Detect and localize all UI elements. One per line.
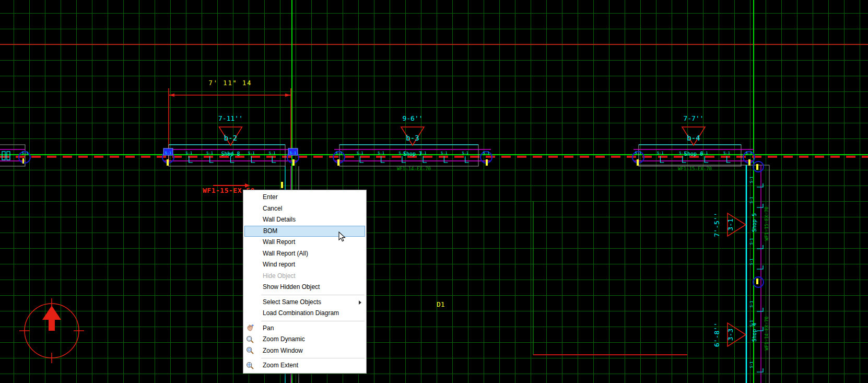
anchor-mark: [637, 159, 639, 166]
wall-tag: WF1-15-EX-70: [764, 206, 769, 240]
svg-text:S-1: S-1: [378, 151, 384, 155]
shop-label: Shop 6: [684, 151, 703, 157]
zoom-extent-icon: [246, 362, 254, 370]
menu-item-wall-details[interactable]: Wall Details: [243, 214, 366, 226]
cad-viewport[interactable]: S-1S-1S-1S-1S-1S-1S-1Shop 87-11''b-2WF1-…: [0, 0, 868, 383]
svg-text:S-1: S-1: [635, 151, 642, 155]
zoom-window-icon: [246, 346, 254, 355]
width-dimension: 7'-5'': [713, 213, 721, 237]
wall-id: 3-3: [726, 329, 734, 341]
menu-item-bom[interactable]: BOM: [244, 226, 365, 237]
svg-text:S-1: S-1: [290, 151, 297, 155]
svg-text:S-1: S-1: [269, 151, 276, 155]
wall-id: 3-1: [726, 218, 734, 230]
svg-text:S-1: S-1: [248, 151, 255, 155]
svg-text:S-1: S-1: [186, 151, 193, 155]
menu-separator: [261, 358, 365, 358]
menu-item-wall-report[interactable]: Wall Report: [243, 237, 366, 248]
svg-text:S-1: S-1: [462, 151, 468, 155]
anchor-mark: [281, 182, 283, 188]
wall-tag: WF1-14-EX-70: [764, 316, 769, 350]
shop-label: Shop 8: [221, 151, 240, 157]
svg-text:S-1: S-1: [657, 151, 664, 155]
wall-b-3[interactable]: S-1S-1S-1S-1S-1S-1S-1S-1Shop 79-6''b-3WF…: [333, 114, 492, 171]
menu-item-show-hidden-object[interactable]: Show Hidden Object: [243, 282, 366, 293]
svg-text:S-1: S-1: [357, 151, 363, 155]
wall-tag: WF1-14-EX-70: [397, 166, 431, 171]
menu-item-zoom-window[interactable]: Zoom Window: [243, 345, 366, 357]
width-dimension: 7-11'': [218, 114, 243, 122]
menu-item-zoom-extent[interactable]: Zoom Extent: [243, 360, 366, 372]
svg-text:S-1: S-1: [749, 238, 754, 245]
menu-item-hide-object: Hide Object: [243, 271, 366, 282]
menu-separator: [261, 295, 365, 295]
svg-text:S-1: S-1: [723, 151, 730, 155]
svg-text:S-1: S-1: [749, 177, 754, 183]
north-arrow: [42, 306, 61, 320]
anchor-mark: [292, 159, 295, 166]
zoom-dynamic-icon: [246, 335, 254, 344]
mouse-cursor: [338, 231, 346, 242]
svg-text:S-1: S-1: [336, 151, 343, 155]
menu-item-wall-report-all[interactable]: Wall Report (All): [243, 248, 366, 260]
wall-id: b-3: [406, 134, 419, 142]
svg-text:S-1: S-1: [749, 197, 754, 204]
wall-b-4[interactable]: S-1S-1S-1S-1S-1S-1Shop 67-7''b-4WF1-15-E…: [632, 114, 755, 171]
submenu-arrow-icon: [359, 300, 361, 305]
cad-drawing: S-1S-1S-1S-1S-1S-1S-1Shop 87-11''b-2WF1-…: [0, 0, 868, 383]
menu-item-enter[interactable]: Enter: [243, 192, 366, 203]
menu-item-pan[interactable]: Pan: [243, 323, 366, 334]
wall-vertical-right[interactable]: S-1S-1S-1S-1S-1S-1S-1Shop 5WF1-15-EX-70S…: [639, 161, 769, 383]
menu-separator: [261, 321, 365, 321]
wall-id: b-2: [224, 134, 237, 142]
anchor-mark: [167, 159, 169, 166]
wall-id: b-4: [687, 134, 700, 142]
svg-text:S-1: S-1: [749, 259, 754, 265]
svg-text:S-1: S-1: [206, 151, 213, 155]
svg-text:S-1: S-1: [165, 151, 172, 155]
width-dimension: 6'-8'': [713, 322, 721, 347]
pan-icon: [246, 324, 254, 332]
menu-item-wind-report[interactable]: Wind report: [243, 259, 366, 271]
wall-stub-left[interactable]: S-1: [0, 145, 30, 166]
grid-label-d1: D1: [437, 300, 445, 308]
menu-item-cancel[interactable]: Cancel: [243, 203, 366, 215]
context-menu: EnterCancelWall DetailsBOMWall ReportWal…: [243, 190, 367, 374]
svg-text:S-1: S-1: [749, 362, 754, 368]
dimension-note: 7' 11" 14: [202, 79, 259, 87]
shop-label: Shop 7: [403, 151, 422, 157]
width-dimension: 9-6'': [402, 114, 423, 122]
svg-text:S-1: S-1: [746, 151, 753, 155]
svg-text:S-1: S-1: [483, 151, 490, 155]
svg-text:S-1: S-1: [22, 151, 29, 155]
menu-item-load-combination-diagram[interactable]: Load Combination Diagram: [243, 308, 366, 319]
anchor-mark: [486, 159, 488, 166]
anchor-mark: [748, 159, 750, 166]
wall-tag: WF1-15-EX-70: [678, 166, 712, 171]
menu-item-zoom-dynamic[interactable]: Zoom Dynamic: [243, 334, 366, 345]
shop-label: Shop 5: [752, 213, 757, 232]
menu-item-select-same-objects[interactable]: Select Same Objects: [243, 297, 366, 308]
north-arrow-compass: [19, 298, 84, 363]
anchor-mark: [337, 159, 339, 166]
svg-text:S-1: S-1: [441, 151, 448, 155]
width-dimension: 7-7'': [683, 114, 703, 122]
shop-label: Shop 4: [752, 323, 757, 342]
svg-text:S-1: S-1: [749, 301, 754, 308]
